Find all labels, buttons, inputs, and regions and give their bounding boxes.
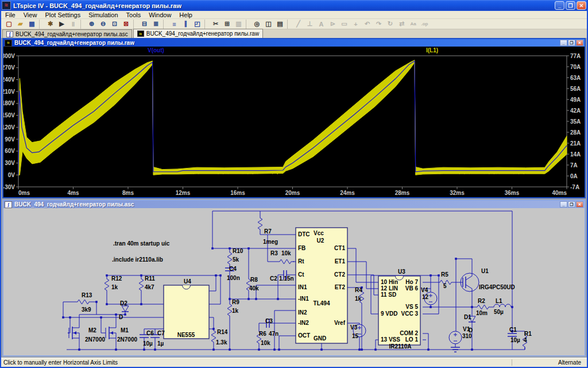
tab-schematic-file[interactable]: ʃ BUCK_494_годчайлд+генератор пилы.asc (2, 29, 132, 38)
schematic-label: VCC 3 (401, 310, 419, 317)
schematic-label: DTC (298, 231, 310, 237)
find-button[interactable]: ◎ (252, 19, 262, 29)
zoom-out-button[interactable]: ⊖ (98, 19, 109, 29)
place-diode-button: ⊳ (327, 19, 338, 29)
zoom-rectangle-button[interactable]: ⊡ (109, 19, 120, 29)
sch-close-button[interactable]: ✕ (576, 201, 583, 208)
menu-item-file[interactable]: File (1, 11, 20, 19)
view-netlist-button[interactable]: ≣ (150, 19, 161, 29)
print-icon: ▤ (277, 20, 283, 28)
schematic-label: R2 (478, 298, 485, 304)
y-right-tick-label: 0A (570, 173, 578, 179)
sch-restore-button[interactable]: ❐ (568, 201, 575, 208)
wave-close-button[interactable]: ✕ (576, 40, 583, 46)
paste-button: ▥ (233, 19, 244, 29)
schematic-label: L1 (496, 298, 502, 304)
schematic-label: 4k7 (145, 284, 154, 290)
schematic-window-titlebar[interactable]: ʃ BUCK_494_годчайлд+генератор пилы.asc _… (3, 201, 585, 208)
cascade-windows-button[interactable]: ◰ (192, 19, 203, 29)
schematic-file-icon: ʃ (6, 31, 13, 37)
autorange-y-axis-button[interactable]: ⊟ (139, 19, 150, 29)
menu-item-tools[interactable]: Tools (122, 11, 145, 19)
window-title: LTspice IV - BUCK_494_годчайлд+генератор… (13, 2, 181, 9)
menu-item-plot-settings[interactable]: Plot Settings (41, 11, 84, 19)
control-panel-button[interactable]: ✱ (45, 19, 56, 29)
zoom-in-button[interactable]: ⊕ (86, 19, 97, 29)
menu-item-view[interactable]: View (20, 11, 41, 19)
chip-body (164, 285, 209, 339)
y-left-tick-label: 150V (3, 112, 15, 118)
text-button: Aa (408, 19, 419, 29)
waveform-window-titlebar[interactable]: ≈ BUCK_494_годчайлд+генератор пилы.raw _… (3, 39, 585, 47)
title-bar[interactable]: ≈ LTspice IV - BUCK_494_годчайлд+генерат… (0, 0, 588, 11)
schematic-label: 2N7000 (117, 336, 137, 343)
schematic-label: Ct (298, 271, 304, 278)
schematic-label: 1k (355, 296, 362, 302)
cut-button[interactable]: ✂ (210, 19, 221, 29)
schematic-label: 40k (249, 285, 259, 292)
menu-item-window[interactable]: Window (145, 11, 175, 19)
schematic-label: R6 (259, 331, 266, 337)
new-schematic-button[interactable]: ▢ (3, 19, 14, 29)
wave-minimize-button[interactable]: _ (560, 40, 567, 46)
close-button[interactable]: ✕ (577, 1, 586, 10)
y-left-tick-label: -30V (3, 184, 15, 190)
schematic-label: 11 SD (381, 292, 396, 298)
status-hint: Click to manually enter Horizontal Axis … (1, 359, 512, 366)
status-bar: Click to manually enter Horizontal Axis … (1, 358, 587, 367)
schematic-label: 10k (281, 250, 291, 256)
zoom-full-extents-icon: ⊠ (123, 20, 129, 28)
schematic-canvas[interactable]: .tran 40m startup uic.include ir2110a.li… (3, 208, 585, 355)
schematic-label: .include ir2110a.lib (112, 256, 163, 263)
tile-vertically-icon: ∥ (184, 20, 188, 28)
y-right-tick-label: 7A (570, 162, 578, 168)
tile-vertically-button[interactable]: ∥ (180, 19, 191, 29)
print-preview-button[interactable]: ◫ (263, 19, 274, 29)
run-simulation-button[interactable]: ▶ (56, 19, 67, 29)
run-simulation-icon: ▶ (59, 20, 64, 28)
schematic-label: R7 (264, 228, 272, 235)
schematic-label: R8 (250, 277, 258, 283)
tab-label: BUCK_494_годчайлд+генератор пилы.asc (16, 31, 128, 37)
redo-icon: ↷ (376, 20, 381, 28)
schematic-label: 1µ (157, 340, 164, 347)
restore-button[interactable]: ❐ (566, 1, 575, 10)
schematic-label: V4 (421, 287, 428, 293)
zoom-rectangle-icon: ⊡ (112, 20, 117, 28)
control-panel-icon: ✱ (48, 20, 53, 28)
schematic-label: 13 VSS (381, 336, 400, 343)
schematic-window: ʃ BUCK_494_годчайлд+генератор пилы.asc _… (2, 200, 586, 356)
x-tick-label: 20ms (285, 190, 300, 196)
tile-horizontally-button[interactable]: ≡ (169, 19, 180, 29)
cascade-windows-icon: ◰ (194, 20, 200, 28)
menu-item-help[interactable]: Help (175, 11, 196, 19)
schematic-label: 100n (227, 275, 240, 281)
copy-button[interactable]: ⊞ (222, 19, 233, 29)
menu-item-simulation[interactable]: Simulation (84, 11, 122, 19)
label-net-icon: A (319, 21, 324, 28)
zoom-full-extents-button[interactable]: ⊠ (121, 19, 131, 29)
draw-wire-button: ╱ (293, 19, 304, 29)
trace-label: I(L1) (426, 47, 438, 53)
schematic-label: R14 (217, 329, 228, 335)
redo-button: ↷ (373, 19, 384, 29)
schematic-label: -IN1 (298, 296, 309, 302)
schematic-label: 10µ (143, 340, 153, 347)
schematic-label: R5 (441, 271, 448, 278)
save-file-button[interactable]: ▦ (26, 19, 37, 29)
spice-directive-button: .op (419, 19, 430, 29)
tab-waveform-file[interactable]: ≈ BUCK_494_годчайлд+генератор пилы.raw (133, 29, 263, 38)
y-left-tick-label: 90V (5, 136, 15, 143)
undo-button: ↶ (362, 19, 373, 29)
schematic-label: NE555 (177, 332, 195, 338)
zoom-in-icon: ⊕ (89, 20, 94, 28)
schematic-file-icon: ʃ (5, 201, 12, 208)
minimize-button[interactable]: _ (555, 1, 564, 10)
open-file-button[interactable]: ▰ (15, 19, 26, 29)
x-tick-label: 36ms (505, 190, 520, 196)
sch-minimize-button[interactable]: _ (560, 201, 567, 208)
waveform-plot[interactable]: 300V270V240V210V180V150V120V90V60V30V0V-… (3, 47, 585, 197)
schematic-label: .tran 40m startup uic (113, 240, 170, 247)
print-button[interactable]: ▤ (274, 19, 285, 29)
wave-restore-button[interactable]: ❐ (568, 40, 575, 46)
